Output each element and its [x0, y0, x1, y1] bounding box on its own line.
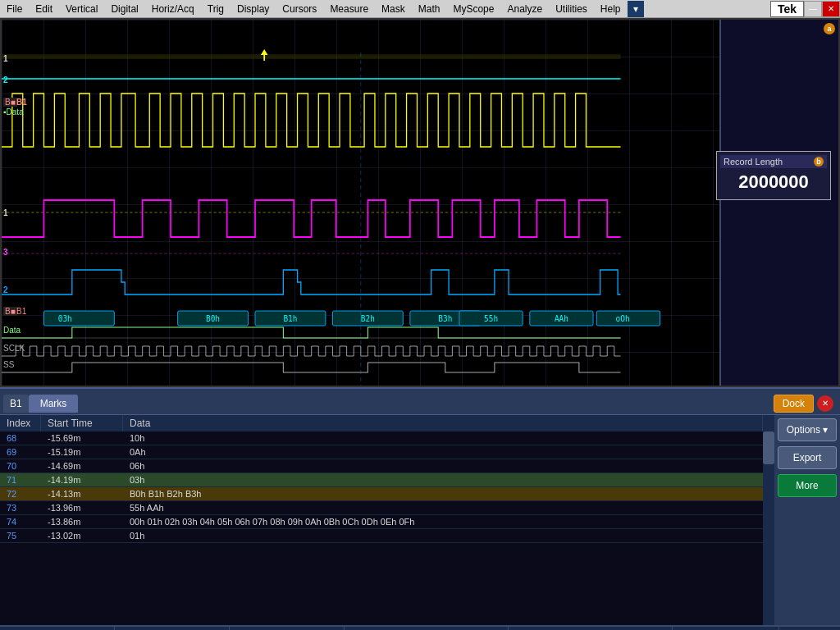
- status-bar: C1 2.0V/div 1MΩ BW:500M C2 6.0V/div 1MΩ …: [0, 625, 840, 630]
- svg-text:oOh: oOh: [616, 313, 630, 323]
- row-data-70: 06h: [123, 459, 763, 472]
- table-row[interactable]: 70 -14.69m 06h: [0, 459, 763, 473]
- menu-display[interactable]: Display: [231, 2, 276, 16]
- dock-button[interactable]: Dock: [774, 395, 814, 413]
- menu-file[interactable]: File: [0, 2, 29, 16]
- svg-rect-12: [530, 311, 593, 326]
- waveform-svg: 03h B0h B1h B2h B3h 55h AAh oOh: [2, 20, 723, 387]
- table-row[interactable]: 68 -15.69m 10h: [0, 431, 763, 445]
- menu-measure[interactable]: Measure: [323, 2, 375, 16]
- row-idx-73: 73: [0, 501, 41, 514]
- row-data-74: 00h 01h 02h 03h 04h 05h 06h 07h 08h 09h …: [123, 515, 763, 528]
- minimize-button[interactable]: —: [804, 1, 822, 17]
- table-row[interactable]: 74 -13.86m 00h 01h 02h 03h 04h 05h 06h 0…: [0, 515, 763, 529]
- row-data-72: B0h B1h B2h B3h: [123, 487, 763, 500]
- col-index-header: Index: [0, 415, 41, 431]
- row-data-71: 03h: [123, 473, 763, 486]
- badge-a: a: [824, 23, 835, 34]
- menu-vertical[interactable]: Vertical: [59, 2, 104, 16]
- row-data-75: 01h: [123, 529, 763, 542]
- menu-math[interactable]: Math: [412, 2, 447, 16]
- row-data-68: 10h: [123, 431, 763, 445]
- table-row[interactable]: 73 -13.96m 55h AAh: [0, 501, 763, 515]
- table-row[interactable]: 75 -13.02m 01h: [0, 529, 763, 543]
- right-status: 10.0ms/div 20.0MS/s 50.0ns/pt Stopped 37…: [779, 627, 840, 630]
- menu-horizacq[interactable]: Horiz/Acq: [145, 2, 201, 16]
- row-time-72: -14.13m: [41, 487, 123, 500]
- svg-rect-8: [255, 311, 326, 326]
- svg-text:B3h: B3h: [438, 313, 452, 323]
- menu-utilities[interactable]: Utilities: [549, 2, 594, 16]
- col-data-header: Data: [123, 415, 763, 431]
- ss-label: SS: [3, 360, 14, 369]
- data-table-area: Index Start Time Data 68 -15.69m 10h 69 …: [0, 415, 840, 625]
- menu-myscope[interactable]: MyScope: [446, 2, 500, 16]
- svg-rect-11: [459, 311, 523, 326]
- b1-text: B1: [16, 98, 27, 107]
- export-button[interactable]: Export: [778, 446, 837, 469]
- row-idx-74: 74: [0, 515, 41, 528]
- close-button[interactable]: ✕: [822, 1, 840, 17]
- table-scrollbar[interactable]: [763, 415, 774, 625]
- grid-overlay: [2, 20, 838, 386]
- ch1-label: 1: [3, 54, 8, 63]
- scope-display: 03h B0h B1h B2h B3h 55h AAh oOh 1 2 B■ B…: [0, 18, 840, 387]
- sclk-label: SCLK: [3, 344, 25, 353]
- menu-edit[interactable]: Edit: [29, 2, 59, 16]
- ch1-status: C1 2.0V/div 1MΩ BW:500M: [0, 627, 115, 630]
- table-header: Index Start Time Data: [0, 415, 763, 431]
- menu-analyze[interactable]: Analyze: [500, 2, 549, 16]
- menu-dropdown[interactable]: ▾: [628, 1, 644, 17]
- data-table[interactable]: Index Start Time Data 68 -15.69m 10h 69 …: [0, 415, 763, 625]
- ch3-label: 3: [3, 248, 8, 257]
- row-time-73: -13.96m: [41, 501, 123, 514]
- table-row[interactable]: 72 -14.13m B0h B1h B2h B3h: [0, 487, 763, 501]
- badge-b: b: [814, 157, 824, 167]
- row-time-69: -15.19m: [41, 445, 123, 459]
- table-row[interactable]: 71 -14.19m 03h: [0, 473, 763, 487]
- record-length-label: Record Length: [724, 157, 783, 167]
- row-time-75: -13.02m: [41, 529, 123, 542]
- menu-mask[interactable]: Mask: [375, 2, 412, 16]
- z1c2-status: Z1C2 6.0V 50.0μs -14.3ms -13.8ms: [509, 627, 673, 630]
- ch2-bottom-label: 2: [3, 285, 8, 294]
- svg-rect-7: [178, 311, 249, 326]
- svg-text:AAh: AAh: [555, 313, 568, 323]
- row-time-71: -14.19m: [41, 473, 123, 486]
- row-time-74: -13.86m: [41, 515, 123, 528]
- ch2-status: C2 6.0V/div 1MΩ BW:500M: [115, 627, 230, 630]
- row-time-70: -14.69m: [41, 459, 123, 472]
- panel-close-button[interactable]: ✕: [817, 395, 833, 412]
- row-idx-68: 68: [0, 431, 41, 445]
- options-button[interactable]: Options ▾: [778, 418, 837, 441]
- b1-label: B■: [3, 98, 17, 107]
- menu-digital[interactable]: Digital: [104, 2, 144, 16]
- menu-trig[interactable]: Trig: [201, 2, 231, 16]
- bottom-panel: B1 Marks Dock ✕ Index Start Time Data 68…: [0, 387, 840, 625]
- tab-marks[interactable]: Marks: [29, 395, 79, 413]
- table-row[interactable]: 69 -15.19m 0Ah: [0, 445, 763, 459]
- tab-bar: B1 Marks Dock ✕: [0, 389, 840, 415]
- data-label-top: ▪Data: [3, 107, 24, 116]
- menu-help[interactable]: Help: [594, 2, 628, 16]
- ch3-status: C3 5.0V/div 1MΩ BW:500M: [230, 627, 345, 630]
- row-idx-72: 72: [0, 487, 41, 500]
- row-time-68: -15.69m: [41, 431, 123, 445]
- svg-marker-2: [261, 49, 268, 55]
- data-row-label: Data: [3, 326, 21, 335]
- svg-rect-10: [410, 311, 481, 326]
- svg-rect-0: [2, 54, 621, 59]
- tek-logo: Tek: [770, 1, 804, 17]
- svg-rect-6: [44, 311, 115, 326]
- svg-text:03h: 03h: [58, 313, 72, 323]
- z1c1-status: Z1C1 2.0V 50.0μs -14.3ms -13.8ms: [345, 627, 509, 630]
- menu-cursors[interactable]: Cursors: [276, 2, 323, 16]
- svg-text:B0h: B0h: [206, 313, 220, 323]
- record-length-box: Record Length b 2000000: [716, 151, 831, 200]
- more-button[interactable]: More: [778, 474, 837, 497]
- svg-text:B2h: B2h: [361, 313, 375, 323]
- tab-b1[interactable]: B1: [3, 395, 29, 413]
- row-idx-69: 69: [0, 445, 41, 459]
- row-data-73: 55h AAh: [123, 501, 763, 514]
- svg-text:55h: 55h: [484, 313, 498, 323]
